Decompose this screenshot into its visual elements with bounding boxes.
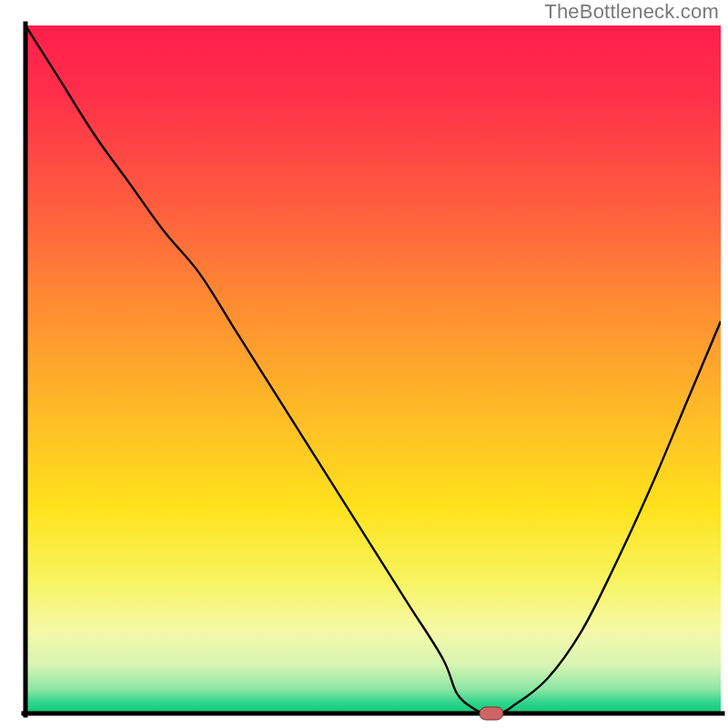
chart-svg (0, 0, 728, 728)
watermark-text: TheBottleneck.com (544, 0, 719, 24)
optimal-marker (480, 707, 503, 720)
gradient-background (25, 25, 721, 713)
bottleneck-chart: TheBottleneck.com (0, 0, 728, 728)
